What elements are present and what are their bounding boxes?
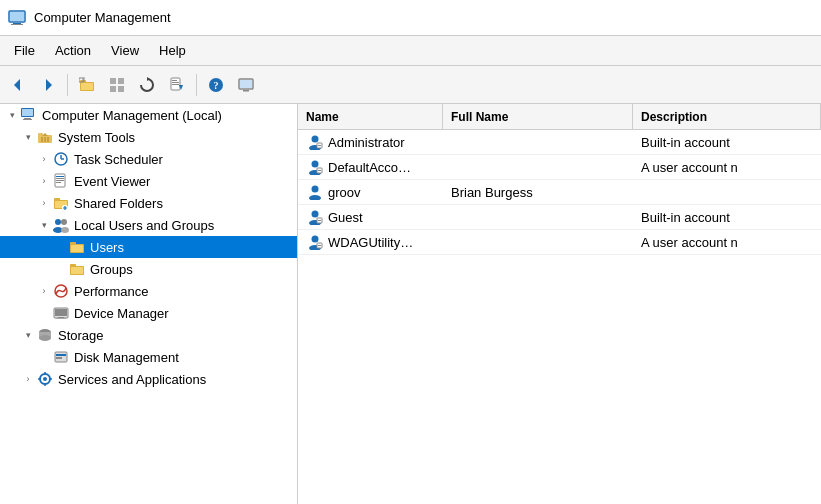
svg-rect-31	[38, 133, 43, 136]
toolbar-separator-2	[196, 74, 197, 96]
list-item[interactable]: Administrator Built-in account	[298, 130, 821, 155]
svg-rect-12	[118, 78, 124, 84]
cell-desc-groov	[633, 189, 821, 195]
device-manager-icon	[52, 304, 70, 322]
menu-help[interactable]: Help	[149, 39, 196, 62]
list-item[interactable]: Guest Built-in account	[298, 205, 821, 230]
svg-point-50	[61, 227, 69, 233]
list-item[interactable]: groov Brian Burgess	[298, 180, 821, 205]
cell-fullname-wdagutility	[443, 239, 633, 245]
sidebar-label-event-viewer: Event Viewer	[74, 174, 150, 189]
sidebar-item-system-tools[interactable]: ▾ System Tools	[0, 126, 297, 148]
svg-rect-2	[11, 24, 23, 25]
svg-rect-91	[318, 245, 321, 246]
svg-marker-4	[14, 79, 20, 91]
user-icon-wdagutility	[306, 233, 324, 251]
task-scheduler-icon	[52, 150, 70, 168]
expand-icon-event-viewer[interactable]: ›	[36, 173, 52, 189]
sidebar-item-storage[interactable]: ▾ Storage	[0, 324, 297, 346]
sidebar-item-services-and-applications[interactable]: › Services and Applications	[0, 368, 297, 390]
local-users-icon	[52, 216, 70, 234]
sidebar-label-task-scheduler: Task Scheduler	[74, 152, 163, 167]
sidebar-tree: ▾ Computer Management (Local) ▾	[0, 104, 298, 504]
sidebar-item-users[interactable]: › Users	[0, 236, 297, 258]
svg-rect-11	[110, 78, 116, 84]
menu-bar: File Action View Help	[0, 36, 821, 66]
menu-file[interactable]: File	[4, 39, 45, 62]
event-viewer-icon	[52, 172, 70, 190]
sidebar-item-performance[interactable]: › Performance	[0, 280, 297, 302]
svg-point-64	[39, 335, 51, 341]
column-header-description[interactable]: Description	[633, 104, 821, 129]
cell-name-wdagutility: WDAGUtility…	[298, 230, 443, 254]
menu-action[interactable]: Action	[45, 39, 101, 62]
expand-icon-storage[interactable]: ▾	[20, 327, 36, 343]
list-header: Name Full Name Description	[298, 104, 821, 130]
svg-rect-32	[41, 137, 43, 142]
cell-name-groov: groov	[298, 180, 443, 204]
list-item[interactable]: DefaultAcco… A user account n	[298, 155, 821, 180]
expand-icon-services[interactable]: ›	[20, 371, 36, 387]
svg-rect-87	[318, 220, 321, 221]
sidebar-label-local-users-and-groups: Local Users and Groups	[74, 218, 214, 233]
view-toggle-button[interactable]	[103, 71, 131, 99]
export-button[interactable]	[163, 71, 191, 99]
svg-point-48	[61, 219, 67, 225]
toolbar: ?	[0, 66, 821, 104]
sidebar-item-task-scheduler[interactable]: › Task Scheduler	[0, 148, 297, 170]
sidebar-label-disk-management: Disk Management	[74, 350, 179, 365]
back-button[interactable]	[4, 71, 32, 99]
sidebar-label-computer-management-local: Computer Management (Local)	[42, 108, 222, 123]
services-icon	[36, 370, 54, 388]
svg-text:?: ?	[214, 80, 219, 91]
svg-rect-19	[172, 84, 179, 85]
sidebar-item-computer-management-local[interactable]: ▾ Computer Management (Local)	[0, 104, 297, 126]
sidebar-label-system-tools: System Tools	[58, 130, 135, 145]
svg-rect-34	[47, 137, 49, 142]
svg-rect-81	[318, 170, 321, 171]
sidebar-item-event-viewer[interactable]: › Event Viewer	[0, 170, 297, 192]
column-header-name[interactable]: Name	[298, 104, 443, 129]
expand-icon-shared-folders[interactable]: ›	[36, 195, 52, 211]
cell-name-administrator: Administrator	[298, 130, 443, 154]
refresh-button[interactable]	[133, 71, 161, 99]
svg-point-74	[312, 136, 319, 143]
sidebar-item-groups[interactable]: › Groups	[0, 258, 297, 280]
svg-point-88	[312, 236, 319, 243]
forward-button[interactable]	[34, 71, 62, 99]
sidebar-item-local-users-and-groups[interactable]: ▾ Local Users and Groups	[0, 214, 297, 236]
name-groov: groov	[328, 185, 361, 200]
menu-view[interactable]: View	[101, 39, 149, 62]
storage-icon	[36, 326, 54, 344]
performance-icon	[52, 282, 70, 300]
column-header-fullname[interactable]: Full Name	[443, 104, 633, 129]
name-wdagutility: WDAGUtility…	[328, 235, 413, 250]
svg-rect-17	[172, 80, 177, 81]
svg-rect-52	[70, 242, 76, 245]
svg-rect-14	[118, 86, 124, 92]
list-item[interactable]: WDAGUtility… A user account n	[298, 230, 821, 255]
svg-point-78	[312, 161, 319, 168]
shared-folders-icon	[52, 194, 70, 212]
cell-fullname-administrator	[443, 139, 633, 145]
svg-point-83	[309, 195, 321, 200]
sidebar-item-disk-management[interactable]: › Disk Management	[0, 346, 297, 368]
svg-rect-25	[243, 90, 249, 92]
console-button[interactable]	[232, 71, 260, 99]
expand-icon-performance[interactable]: ›	[36, 283, 52, 299]
svg-marker-5	[46, 79, 52, 91]
svg-rect-40	[56, 178, 64, 179]
cell-desc-guest: Built-in account	[633, 207, 821, 228]
sidebar-item-device-manager[interactable]: › Device Manager	[0, 302, 297, 324]
expand-icon-local-users[interactable]: ▾	[36, 217, 52, 233]
expand-icon-system-tools[interactable]: ▾	[20, 129, 36, 145]
sidebar-item-shared-folders[interactable]: › Shared Folders	[0, 192, 297, 214]
help-button[interactable]: ?	[202, 71, 230, 99]
expand-icon-task-scheduler[interactable]: ›	[36, 151, 52, 167]
user-icon-administrator	[306, 133, 324, 151]
computer-icon	[20, 106, 38, 124]
svg-rect-8	[81, 83, 93, 90]
main-area: ▾ Computer Management (Local) ▾	[0, 104, 821, 504]
expand-icon[interactable]: ▾	[4, 107, 20, 123]
folder-button[interactable]	[73, 71, 101, 99]
